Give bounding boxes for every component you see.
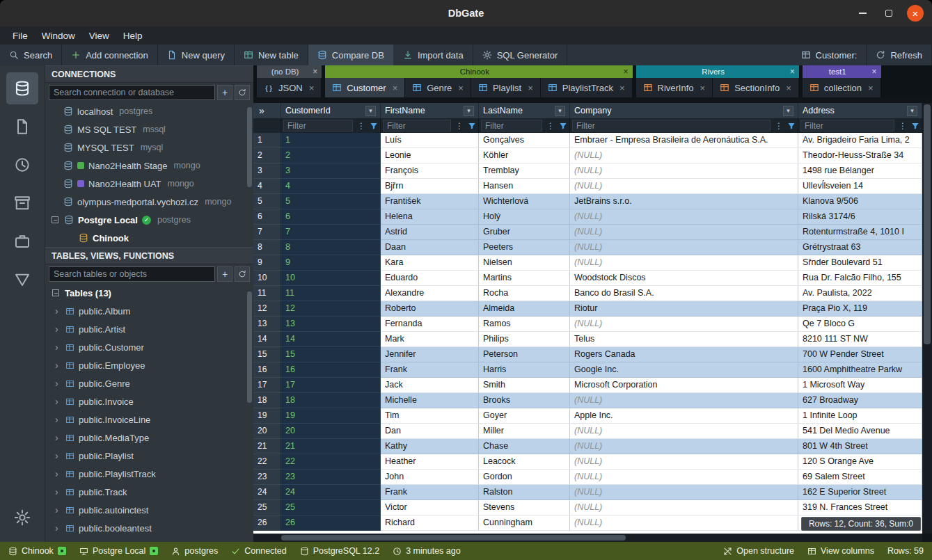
toolbar-button-add-connection[interactable]: Add connection bbox=[62, 45, 158, 65]
filter-input[interactable]: Filter bbox=[383, 120, 451, 131]
cell[interactable]: 14 bbox=[281, 332, 381, 347]
cell[interactable]: JetBrains s.r.o. bbox=[570, 194, 798, 209]
cell[interactable]: 627 Broadway bbox=[798, 393, 922, 408]
menu-item-help[interactable]: Help bbox=[116, 29, 150, 43]
cell[interactable]: Hansen bbox=[479, 179, 570, 194]
column-header-customerid[interactable]: CustomerId▾ bbox=[281, 103, 381, 118]
close-icon[interactable]: × bbox=[624, 67, 629, 77]
row-number[interactable]: 2 bbox=[253, 148, 281, 163]
status-view-columns[interactable]: View columns bbox=[807, 546, 874, 556]
row-number[interactable]: 13 bbox=[253, 317, 281, 332]
table-item-public-autoinctest[interactable]: ›public.autoinctest bbox=[45, 501, 253, 519]
close-icon[interactable]: × bbox=[786, 83, 791, 93]
tab-playlisttrack[interactable]: PlaylistTrack× bbox=[541, 78, 633, 97]
chevron-right-icon[interactable]: › bbox=[55, 342, 61, 353]
toolbar-button-new-table[interactable]: New table bbox=[235, 45, 308, 65]
cell[interactable]: Grétrystraat 63 bbox=[798, 240, 922, 255]
cell[interactable]: Telus bbox=[570, 332, 798, 347]
row-number[interactable]: 25 bbox=[253, 500, 281, 515]
status-postgres[interactable]: postgres bbox=[171, 546, 218, 556]
cell[interactable]: Praça Pio X, 119 bbox=[798, 301, 922, 317]
chevron-right-icon[interactable]: › bbox=[55, 305, 61, 317]
row-number[interactable]: 11 bbox=[253, 286, 281, 301]
row-number[interactable]: 10 bbox=[253, 271, 281, 286]
table-item-public-playlist[interactable]: ›public.Playlist bbox=[45, 447, 253, 465]
cell[interactable]: Richard bbox=[381, 515, 479, 531]
cell[interactable]: 2 bbox=[281, 148, 381, 163]
row-number[interactable]: 4 bbox=[253, 179, 281, 194]
cell[interactable]: Fernanda bbox=[381, 317, 479, 332]
filter-cell-lastname[interactable]: Filter⋮ bbox=[479, 118, 570, 133]
cell[interactable]: Frank bbox=[381, 362, 479, 378]
cell[interactable]: Tim bbox=[381, 408, 479, 424]
connection-item-mysql-test[interactable]: MYSQL TESTmysql bbox=[45, 138, 253, 157]
row-number[interactable]: 6 bbox=[253, 209, 281, 225]
toolbar-button-import-data[interactable]: Import data bbox=[394, 45, 473, 65]
status-connected[interactable]: Connected bbox=[231, 546, 286, 556]
cell[interactable]: Jennifer bbox=[381, 347, 479, 362]
row-number[interactable]: 24 bbox=[253, 485, 281, 500]
chevron-right-icon[interactable]: › bbox=[55, 468, 61, 479]
table-item-public-employee[interactable]: ›public.Employee bbox=[45, 356, 253, 374]
row-number[interactable]: 7 bbox=[253, 225, 281, 240]
table-item-public-artist[interactable]: ›public.Artist bbox=[45, 320, 253, 338]
cell[interactable]: Mark bbox=[381, 332, 479, 347]
tab-customer[interactable]: Customer× bbox=[325, 78, 405, 97]
cell[interactable]: Gonçalves bbox=[479, 133, 570, 148]
horizontal-scrollbar-thumb[interactable] bbox=[281, 535, 626, 541]
cell[interactable]: (NULL) bbox=[570, 225, 798, 240]
row-number[interactable]: 8 bbox=[253, 240, 281, 255]
close-icon[interactable]: × bbox=[309, 83, 315, 93]
cell[interactable]: Astrid bbox=[381, 225, 479, 240]
activitybar-cell-data[interactable] bbox=[6, 264, 38, 296]
cell[interactable]: (NULL) bbox=[570, 163, 798, 179]
menu-item-window[interactable]: Window bbox=[35, 29, 82, 43]
connection-item-nano2health-uat[interactable]: Nano2Health UATmongo bbox=[45, 175, 253, 193]
table-item-public-mediatype[interactable]: ›public.MediaType bbox=[45, 429, 253, 447]
cell[interactable]: 16 bbox=[281, 362, 381, 378]
cell[interactable]: 21 bbox=[281, 439, 381, 454]
cell[interactable]: 18 bbox=[281, 393, 381, 408]
chevron-right-icon[interactable]: › bbox=[55, 396, 61, 407]
column-dropdown-icon[interactable]: ▾ bbox=[365, 106, 376, 116]
cell[interactable]: Rocha bbox=[479, 286, 570, 301]
connections-scrollbar[interactable] bbox=[247, 107, 252, 187]
activitybar-settings[interactable] bbox=[6, 502, 38, 534]
menu-item-view[interactable]: View bbox=[82, 29, 116, 43]
cell[interactable]: 4 bbox=[281, 179, 381, 194]
chevron-right-icon[interactable]: › bbox=[55, 450, 61, 461]
tab-playlist[interactable]: Playlist× bbox=[471, 78, 541, 97]
cell[interactable]: Microsoft Corporation bbox=[570, 378, 798, 393]
tab-collection[interactable]: collection× bbox=[803, 78, 881, 97]
cell[interactable]: Luís bbox=[381, 133, 479, 148]
column-header-firstname[interactable]: FirstName▾ bbox=[381, 103, 479, 118]
add-object-button[interactable]: + bbox=[217, 266, 232, 282]
chevron-right-icon[interactable]: › bbox=[55, 378, 61, 389]
filter-input[interactable]: Filter bbox=[283, 120, 353, 131]
table-item-public-booleantest[interactable]: ›public.booleantest bbox=[45, 519, 253, 537]
expand-columns-button[interactable]: » bbox=[253, 103, 281, 118]
row-number[interactable]: 3 bbox=[253, 163, 281, 179]
cell[interactable]: 1600 Amphitheatre Parkw bbox=[798, 362, 922, 378]
refresh-objects-button[interactable] bbox=[235, 266, 250, 282]
cell[interactable]: Chase bbox=[479, 439, 570, 454]
collapse-icon[interactable] bbox=[52, 289, 59, 296]
table-item-public-genre[interactable]: ›public.Genre bbox=[45, 374, 253, 392]
cell[interactable]: (NULL) bbox=[570, 515, 798, 531]
close-icon[interactable]: × bbox=[868, 83, 874, 93]
connections-search-input[interactable] bbox=[49, 85, 215, 100]
chevron-right-icon[interactable]: › bbox=[55, 486, 61, 497]
row-number[interactable]: 18 bbox=[253, 393, 281, 408]
connection-item-chinook[interactable]: Chinook bbox=[45, 229, 253, 247]
toolbar-button-search[interactable]: Search bbox=[0, 45, 62, 65]
chevron-right-icon[interactable]: › bbox=[55, 522, 61, 534]
connection-item-postgre-local[interactable]: Postgre Local✓postgres bbox=[45, 211, 253, 229]
cell[interactable]: Stevens bbox=[479, 500, 570, 515]
cell[interactable]: Apple Inc. bbox=[570, 408, 798, 424]
cell[interactable]: (NULL) bbox=[570, 470, 798, 485]
cell[interactable]: Eduardo bbox=[381, 271, 479, 286]
filter-cell-customerid[interactable]: Filter⋮ bbox=[281, 118, 381, 133]
table-item-public-album[interactable]: ›public.Album bbox=[45, 302, 253, 320]
cell[interactable]: Smith bbox=[479, 378, 570, 393]
cell[interactable]: (NULL) bbox=[570, 393, 798, 408]
